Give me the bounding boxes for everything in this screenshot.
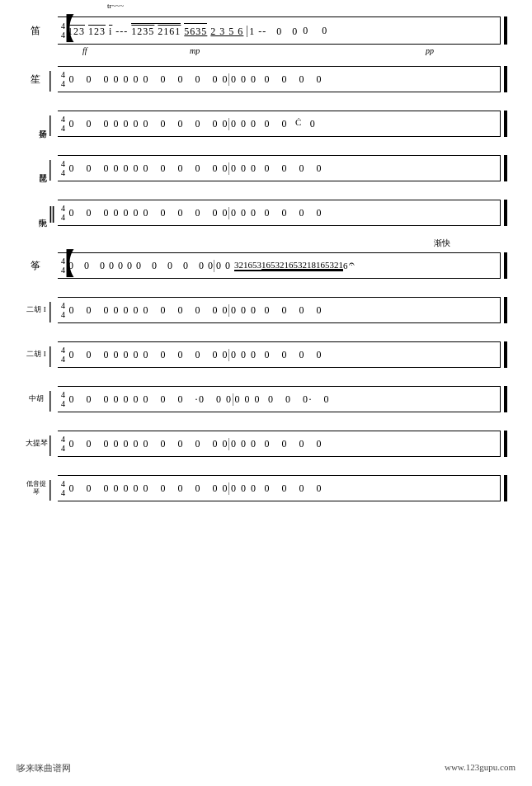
zhongruan-staff: 44 0 0 0 0 0 0 0 0 0 0 0 00 0 0 0 0 0 0	[58, 200, 500, 226]
erhu2-bracket: |	[48, 341, 58, 368]
sheng-label: 笙	[25, 73, 48, 87]
zheng-bar: 44 0 0 0 0 0 0 0 0 0 0 0 00 0 321653 165…	[58, 252, 500, 279]
erhu1-label: 二胡 I	[25, 305, 48, 315]
yangqin-bar: 44 0 0 0 0 0 0 0 0 0 0 0 00 0 0 0 0 Ċ 0	[58, 111, 500, 137]
gap10	[25, 460, 507, 475]
zheng-end-bar	[500, 252, 507, 279]
zhonghu-bar: 44 0 0 0 0 0 0 0 0 0 ·0 0 00 0 0 0 0 0· …	[58, 386, 500, 412]
gap2	[25, 96, 507, 111]
flute-row: 笛 【 tr~~~ 44 123 123 i ---	[25, 16, 507, 45]
zhonghu-staff: 44 0 0 0 0 0 0 0 0 0 ·0 0 00 0 0 0 0 0· …	[58, 386, 500, 412]
time-sig-sheng: 44	[61, 70, 67, 88]
erhu2-end-bar	[500, 341, 507, 368]
yangqin-row: 扬琴 | 44 0 0 0 0 0 0 0 0 0 0 0 00 0 0 0 0…	[25, 111, 507, 137]
flute-notes: 123 123 i --- 1235 2161 5635 2 3 5 6 1 -…	[68, 23, 298, 38]
flute-end-bar	[500, 16, 507, 45]
yangqin-bracket: |	[48, 111, 58, 137]
footer: 哆来咪曲谱网 www.123gupu.com	[16, 762, 516, 774]
zhonghu-end-bar	[500, 386, 507, 412]
jiankuai-label: 渐快	[434, 238, 450, 249]
zhongruan-bar: 44 0 0 0 0 0 0 0 0 0 0 0 00 0 0 0 0 0 0	[58, 200, 500, 226]
bass-row: 低音提琴 | 44 0 0 0 0 0 0 0 0 0 0 0 00 0 0 0…	[25, 475, 507, 501]
zheng-label: 筝	[25, 259, 48, 273]
cello-label: 大提琴	[25, 439, 48, 449]
pipa-bar: 44 0 0 0 0 0 0 0 0 0 0 0 00 0 0 0 0 0 0	[58, 155, 500, 181]
pipa-bracket: |	[48, 155, 58, 181]
zheng-row: 筝 【 渐快 44 0 0 0 0 0 0 0 0 0 0 0 00 0 321…	[25, 252, 507, 279]
erhu2-row: 二胡 I | 44 0 0 0 0 0 0 0 0 0 0 0 00 0 0 0…	[25, 341, 507, 368]
zheng-run2: 165321	[261, 260, 289, 271]
pipa-label: 琵琶	[25, 167, 48, 169]
zheng-run1: 321653	[234, 260, 261, 271]
erhu2-staff: 44 0 0 0 0 0 0 0 0 0 0 0 00 0 0 0 0 0 0	[58, 341, 500, 368]
flute-mp: mp	[190, 46, 200, 55]
sheng-bar: 44 0 0 0 0 0 0 0 0 0 0 0 00 0 0 0 0 0 0	[58, 66, 500, 92]
flute-bar: 44 123 123 i --- 1235 2161 5635 2 3 5 6	[58, 16, 500, 45]
erhu1-bar: 44 0 0 0 0 0 0 0 0 0 0 0 00 0 0 0 0 0 0	[58, 297, 500, 323]
erhu2-bar: 44 0 0 0 0 0 0 0 0 0 0 0 00 0 0 0 0 0 0	[58, 341, 500, 368]
erhu1-staff: 44 0 0 0 0 0 0 0 0 0 0 0 00 0 0 0 0 0 0	[58, 297, 500, 323]
flute-bracket: 【	[48, 16, 58, 42]
erhu2-label: 二胡 I	[25, 350, 48, 360]
cello-row: 大提琴 | 44 0 0 0 0 0 0 0 0 0 0 0 00 0 0 0 …	[25, 431, 507, 457]
zhonghu-row: 中胡 | 44 0 0 0 0 0 0 0 0 0 ·0 0 00 0 0 0 …	[25, 386, 507, 412]
erhu1-end-bar	[500, 297, 507, 323]
flute-pp: pp	[426, 46, 434, 55]
time-sig-flute: 44	[61, 21, 65, 40]
gap8	[25, 371, 507, 386]
bass-bar: 44 0 0 0 0 0 0 0 0 0 0 0 00 0 0 0 0 0 0	[58, 475, 500, 501]
score-wrapper: 笛 【 tr~~~ 44 123 123 i ---	[25, 16, 507, 501]
footer-right: www.123gupu.com	[445, 762, 516, 774]
flute-staff: tr~~~ 44 123 123 i --- 1235 2161	[58, 16, 500, 45]
yangqin-end-bar	[500, 111, 507, 137]
yangqin-staff: 44 0 0 0 0 0 0 0 0 0 0 0 00 0 0 0 0 Ċ 0	[58, 111, 500, 137]
zhongruan-row: 中阮 ‖ 44 0 0 0 0 0 0 0 0 0 0 0 00 0 0 0 0…	[25, 200, 507, 226]
zhongruan-bracket: ‖	[48, 205, 58, 221]
gap3	[25, 140, 507, 155]
zheng-bracket: 【	[48, 251, 58, 277]
yangqin-label: 扬琴	[25, 123, 48, 125]
bass-label: 低音提琴	[25, 480, 48, 497]
pipa-row: 琵琶 | 44 0 0 0 0 0 0 0 0 0 0 0 00 0 0 0 0…	[25, 155, 507, 181]
cello-bar: 44 0 0 0 0 0 0 0 0 0 0 0 00 0 0 0 0 0 0	[58, 431, 500, 457]
footer-left: 哆来咪曲谱网	[16, 762, 71, 774]
gap1	[25, 51, 507, 66]
cello-bracket: |	[48, 431, 58, 457]
pipa-staff: 44 0 0 0 0 0 0 0 0 0 0 0 00 0 0 0 0 0 0	[58, 155, 500, 181]
zheng-run4: 165321	[316, 260, 343, 271]
bass-staff: 44 0 0 0 0 0 0 0 0 0 0 0 00 0 0 0 0 0 0	[58, 475, 500, 501]
erhu1-row: 二胡 I | 44 0 0 0 0 0 0 0 0 0 0 0 00 0 0 0…	[25, 297, 507, 323]
sheng-row: 笙 | 44 0 0 0 0 0 0 0 0 0 0 0 00 0 0 0 0 …	[25, 66, 507, 92]
sheng-bracket: |	[48, 68, 58, 89]
gap4	[25, 185, 507, 200]
pipa-end-bar	[500, 155, 507, 181]
flute-trill: tr~~~	[107, 2, 124, 10]
gap9	[25, 416, 507, 431]
cello-staff: 44 0 0 0 0 0 0 0 0 0 0 0 00 0 0 0 0 0 0	[58, 431, 500, 457]
zhongruan-end-bar	[500, 200, 507, 226]
bass-bracket: |	[48, 475, 58, 501]
sheng-staff: 44 0 0 0 0 0 0 0 0 0 0 0 00 0 0 0 0 0 0	[58, 66, 500, 92]
zhongruan-label: 中阮	[25, 212, 48, 214]
zheng-staff: 渐快 44 0 0 0 0 0 0 0 0 0 0 0 00 0 321653 …	[58, 252, 500, 279]
cello-end-bar	[500, 431, 507, 457]
gap7	[25, 327, 507, 341]
bass-end-bar	[500, 475, 507, 501]
sheng-end-bar	[500, 66, 507, 92]
zhonghu-label: 中胡	[25, 394, 48, 404]
zheng-run3: 653218	[289, 260, 316, 271]
flute-ff: ff	[82, 46, 87, 55]
flute-label: 笛	[25, 24, 48, 38]
zhonghu-bracket: |	[48, 386, 58, 412]
erhu1-bracket: |	[48, 297, 58, 323]
gap6	[25, 282, 507, 297]
page: 笛 【 tr~~~ 44 123 123 i ---	[0, 0, 532, 786]
